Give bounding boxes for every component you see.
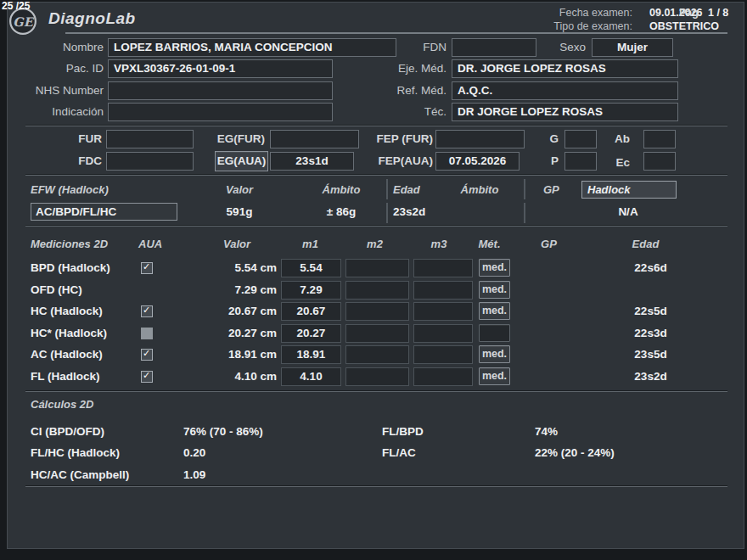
m2-field[interactable] xyxy=(345,281,409,300)
measurement-name: HC (Hadlock) xyxy=(31,302,132,321)
calculation-row: FL/HC (Hadlock) 0.20 FL/AC 22% (20 - 24%… xyxy=(0,445,747,461)
measurement-age: 22s5d xyxy=(598,302,704,321)
fep-aua-label: FEP(AUA) xyxy=(361,152,433,171)
efw-col-gp: GP xyxy=(543,183,559,196)
col-m1: m1 xyxy=(281,235,340,254)
fep-aua-field[interactable]: 07.05.2026 xyxy=(435,152,520,171)
calc-value: 0.20 xyxy=(183,445,382,461)
diagnolab-worksheet: { "header": { "overlay_count": "25 /25",… xyxy=(0,0,747,560)
efw-col-ambito: Ámbito xyxy=(304,183,379,196)
sexo-label: Sexo xyxy=(535,38,586,57)
fep-fur-field[interactable] xyxy=(435,130,525,148)
fdc-field[interactable] xyxy=(106,152,194,171)
exam-type-label: Tipo de examen: xyxy=(514,20,632,32)
measurement-gp xyxy=(510,259,598,277)
title-underline xyxy=(65,32,727,34)
nombre-label: Nombre xyxy=(19,38,104,57)
exam-type-value: OBSTETRICO xyxy=(649,20,719,32)
fdc-label: FDC xyxy=(51,152,102,171)
m2-field[interactable] xyxy=(345,259,409,277)
eg-aua-field[interactable]: 23s1d xyxy=(270,152,354,171)
measurements-title: Mediciones 2D xyxy=(31,235,132,254)
m1-field[interactable]: 7.29 xyxy=(281,281,341,300)
measurement-gp xyxy=(510,367,598,386)
aua-checkbox[interactable] xyxy=(141,262,153,274)
measurement-row-hc: HC (Hadlock) 20.67 cm 20.67 med. 22s5d xyxy=(0,302,747,321)
met-button[interactable]: med. xyxy=(479,345,510,363)
eje-med-label: Eje. Méd. xyxy=(362,59,447,78)
nombre-field[interactable]: LOPEZ BARRIOS, MARIA CONCEPCION xyxy=(108,38,396,57)
p-field[interactable] xyxy=(564,152,597,171)
tec-field[interactable]: DR JORGE LOPEZ ROSAS xyxy=(452,103,678,121)
met-button[interactable] xyxy=(479,324,510,342)
m1-field[interactable]: 20.27 xyxy=(281,324,341,343)
m1-field[interactable]: 5.54 xyxy=(281,259,341,277)
m2-field[interactable] xyxy=(345,345,409,364)
measurement-row-hc-star: HC* (Hadlock) 20.27 cm 20.27 22s3d xyxy=(0,324,747,343)
aua-checkbox[interactable] xyxy=(141,349,153,361)
ab-field[interactable] xyxy=(643,130,676,148)
measurement-name: FL (Hadlock) xyxy=(31,367,132,386)
measurement-age xyxy=(598,281,704,300)
calc-label: CI (BPD/OFD) xyxy=(31,424,183,440)
met-button[interactable]: med. xyxy=(479,367,510,385)
section-separator xyxy=(25,174,727,176)
sexo-field[interactable]: Mujer xyxy=(592,38,673,57)
efw-value: 591g xyxy=(204,205,275,218)
efw-formula-selector[interactable]: AC/BPD/FL/HC xyxy=(31,203,177,221)
calc-value: 1.09 xyxy=(183,468,382,483)
measurement-gp xyxy=(510,302,598,321)
efw-gp-method-dropdown[interactable]: Hadlock xyxy=(581,181,677,199)
efw-divider xyxy=(386,203,388,223)
aua-checkbox[interactable] xyxy=(141,371,153,383)
measurement-gp xyxy=(510,324,598,343)
m3-field[interactable] xyxy=(413,367,473,386)
measurement-age: 23s5d xyxy=(598,345,704,364)
col-m3: m3 xyxy=(410,235,468,254)
aua-checkbox[interactable] xyxy=(141,305,153,317)
fdn-label: FDN xyxy=(362,38,447,57)
met-button[interactable]: med. xyxy=(479,259,510,277)
m3-field[interactable] xyxy=(413,345,473,364)
calc-label: HC/AC (Campbell) xyxy=(31,468,183,483)
measurements-header-row: Mediciones 2D AUA Valor m1 m2 m3 Mét. GP… xyxy=(0,235,747,254)
calc-value xyxy=(535,468,722,483)
efw-col-valor: Valor xyxy=(204,183,275,196)
efw-gp-value: N/A xyxy=(586,205,671,218)
ref-med-field[interactable]: A.Q.C. xyxy=(452,81,678,100)
indicacion-field[interactable] xyxy=(108,103,333,121)
col-edad: Edad xyxy=(593,235,699,254)
fur-field[interactable] xyxy=(106,130,194,148)
exam-date-label: Fecha examen: xyxy=(514,7,632,19)
m3-field[interactable] xyxy=(413,281,473,300)
met-button[interactable]: med. xyxy=(479,281,510,299)
nhs-field[interactable] xyxy=(108,81,333,100)
met-button[interactable]: med. xyxy=(479,302,510,320)
m2-field[interactable] xyxy=(345,324,409,343)
m1-field[interactable]: 4.10 xyxy=(281,367,341,386)
m2-field[interactable] xyxy=(345,302,409,321)
eje-med-field[interactable]: DR. JORGE LOPEZ ROSAS xyxy=(452,59,678,78)
pac-id-field[interactable]: VPXL30367-26-01-09-1 xyxy=(108,59,333,78)
m1-field[interactable]: 18.91 xyxy=(281,345,341,364)
m2-field[interactable] xyxy=(345,367,409,386)
m1-field[interactable]: 20.67 xyxy=(281,302,341,321)
calculations-title: Cálculos 2D xyxy=(31,398,93,411)
p-label: P xyxy=(533,152,559,171)
eg-aua-button[interactable]: EG(AUA) xyxy=(215,151,268,171)
measurement-value: 7.29 cm xyxy=(197,281,277,300)
calc-value: 22% (20 - 24%) xyxy=(535,445,722,461)
measurement-row-bpd: BPD (Hadlock) 5.54 cm 5.54 med. 22s6d xyxy=(0,259,747,277)
m3-field[interactable] xyxy=(413,324,473,343)
eg-fur-field[interactable] xyxy=(270,130,359,148)
measurement-row-fl: FL (Hadlock) 4.10 cm 4.10 med. 23s2d xyxy=(0,367,747,386)
measurement-name: OFD (HC) xyxy=(31,281,132,300)
calculation-row: CI (BPD/OFD) 76% (70 - 86%) FL/BPD 74% xyxy=(0,424,747,440)
efw-col-ambito2: Ámbito xyxy=(444,183,515,196)
ec-field[interactable] xyxy=(643,152,676,171)
m3-field[interactable] xyxy=(413,259,473,277)
fdn-field[interactable] xyxy=(452,38,536,57)
aua-checkbox[interactable] xyxy=(141,328,153,339)
g-field[interactable] xyxy=(564,130,597,148)
m3-field[interactable] xyxy=(413,302,473,321)
